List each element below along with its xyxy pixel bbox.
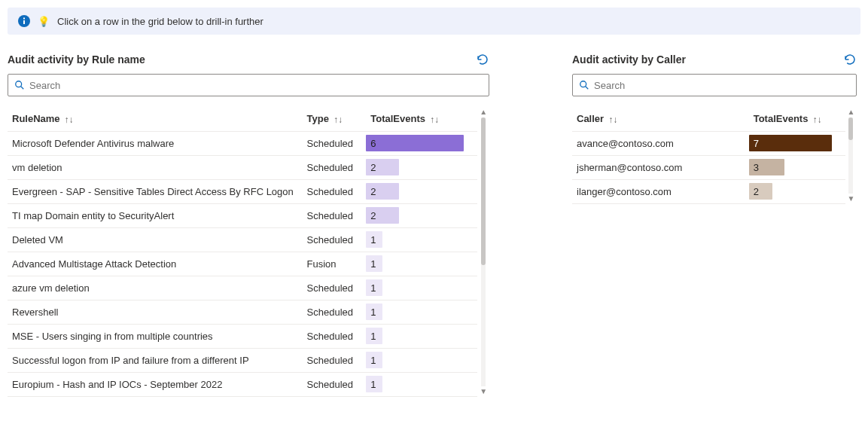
cell-type: Scheduled bbox=[303, 227, 367, 252]
scrollbar[interactable]: ▲ ▼ bbox=[845, 107, 857, 204]
cell-rulename: azure vm deletion bbox=[8, 276, 303, 300]
cell-rulename: vm deletion bbox=[8, 155, 303, 179]
scrollbar[interactable]: ▲ ▼ bbox=[477, 107, 489, 397]
cell-rulename: Deleted VM bbox=[8, 227, 303, 252]
table-row[interactable]: MSE - Users singing in from multiple cou… bbox=[8, 324, 477, 348]
scroll-up-icon[interactable]: ▲ bbox=[480, 108, 487, 116]
table-row[interactable]: Advanced Multistage Attack DetectionFusi… bbox=[8, 252, 477, 276]
undo-icon[interactable] bbox=[843, 53, 857, 66]
cell-totalevents: 1 bbox=[366, 372, 477, 396]
cell-type: Scheduled bbox=[303, 276, 367, 300]
table-row[interactable]: jsherman@contoso.com3 bbox=[572, 155, 845, 179]
scroll-track[interactable] bbox=[848, 117, 853, 194]
table-row[interactable]: azure vm deletionScheduled1 bbox=[8, 276, 477, 300]
cell-rulename: Successful logon from IP and failure fro… bbox=[8, 348, 303, 372]
cell-totalevents: 3 bbox=[749, 155, 845, 179]
search-icon bbox=[579, 80, 589, 90]
bar: 1 bbox=[366, 304, 382, 320]
bar: 1 bbox=[366, 328, 382, 344]
panel-caller: Audit activity by Caller Caller↑↓ TotalE… bbox=[572, 53, 857, 397]
bar: 2 bbox=[749, 183, 772, 200]
col-header-totalevents[interactable]: TotalEvents↑↓ bbox=[749, 107, 845, 131]
scroll-down-icon[interactable]: ▼ bbox=[480, 388, 487, 395]
svg-point-5 bbox=[580, 81, 586, 87]
cell-type: Scheduled bbox=[303, 324, 367, 348]
panel-title-rule: Audit activity by Rule name bbox=[8, 53, 145, 66]
cell-totalevents: 2 bbox=[366, 203, 477, 227]
cell-rulename: Microsoft Defender Antivirus malware bbox=[8, 131, 303, 155]
bar: 2 bbox=[366, 207, 398, 224]
cell-totalevents: 1 bbox=[366, 227, 477, 252]
sort-icon: ↑↓ bbox=[812, 114, 821, 125]
svg-rect-2 bbox=[23, 18, 25, 20]
cell-totalevents: 2 bbox=[749, 179, 845, 203]
cell-rulename: MSE - Users singing in from multiple cou… bbox=[8, 324, 303, 348]
bar: 1 bbox=[366, 279, 382, 296]
cell-type: Scheduled bbox=[303, 179, 367, 203]
sort-icon: ↑↓ bbox=[65, 114, 74, 125]
undo-icon[interactable] bbox=[476, 53, 489, 66]
cell-totalevents: 1 bbox=[366, 252, 477, 276]
table-row[interactable]: ilanger@contoso.com2 bbox=[572, 179, 845, 203]
sort-icon: ↑↓ bbox=[333, 114, 343, 125]
table-row[interactable]: avance@contoso.com7 bbox=[572, 131, 845, 155]
cell-totalevents: 1 bbox=[366, 300, 477, 324]
cell-type: Scheduled bbox=[303, 203, 367, 227]
cell-type: Scheduled bbox=[303, 155, 367, 179]
cell-caller: jsherman@contoso.com bbox=[572, 155, 749, 179]
col-header-caller[interactable]: Caller↑↓ bbox=[572, 107, 749, 131]
cell-type: Scheduled bbox=[303, 131, 367, 155]
lightbulb-icon: 💡 bbox=[38, 16, 50, 27]
search-input-rule[interactable] bbox=[8, 74, 489, 96]
cell-rulename: Advanced Multistage Attack Detection bbox=[8, 252, 303, 276]
cell-totalevents: 1 bbox=[366, 324, 477, 348]
bar: 6 bbox=[366, 135, 464, 151]
panel-title-caller: Audit activity by Caller bbox=[572, 53, 686, 66]
scroll-track[interactable] bbox=[481, 117, 486, 386]
info-icon bbox=[18, 15, 30, 27]
col-header-type[interactable]: Type↑↓ bbox=[303, 107, 367, 131]
search-field-caller[interactable] bbox=[594, 78, 850, 93]
svg-line-4 bbox=[21, 87, 24, 90]
scroll-thumb[interactable] bbox=[481, 117, 486, 265]
col-header-rulename[interactable]: RuleName↑↓ bbox=[8, 107, 303, 131]
bar: 1 bbox=[366, 376, 382, 392]
cell-totalevents: 1 bbox=[366, 276, 477, 300]
cell-totalevents: 7 bbox=[749, 131, 845, 155]
table-row[interactable]: Evergreen - SAP - Sensitive Tables Direc… bbox=[8, 179, 477, 203]
cell-type: Scheduled bbox=[303, 348, 367, 372]
table-row[interactable]: Europium - Hash and IP IOCs - September … bbox=[8, 372, 477, 396]
search-field-rule[interactable] bbox=[29, 78, 483, 93]
search-input-caller[interactable] bbox=[572, 74, 857, 96]
col-header-totalevents[interactable]: TotalEvents↑↓ bbox=[366, 107, 477, 131]
scroll-up-icon[interactable]: ▲ bbox=[847, 108, 854, 116]
panel-rule-name: Audit activity by Rule name RuleName↑↓ T… bbox=[8, 53, 489, 397]
svg-rect-1 bbox=[23, 20, 25, 24]
bar: 7 bbox=[749, 135, 832, 151]
cell-rulename: Europium - Hash and IP IOCs - September … bbox=[8, 372, 303, 396]
svg-line-6 bbox=[586, 87, 589, 90]
rule-table: RuleName↑↓ Type↑↓ TotalEvents↑↓ Microsof… bbox=[8, 107, 477, 397]
table-row[interactable]: RevershellScheduled1 bbox=[8, 300, 477, 324]
cell-totalevents: 2 bbox=[366, 179, 477, 203]
bar: 1 bbox=[366, 231, 382, 248]
svg-point-3 bbox=[16, 81, 22, 87]
cell-caller: ilanger@contoso.com bbox=[572, 179, 749, 203]
cell-totalevents: 2 bbox=[366, 155, 477, 179]
scroll-down-icon[interactable]: ▼ bbox=[847, 195, 854, 203]
scroll-thumb[interactable] bbox=[848, 117, 853, 140]
table-row[interactable]: Microsoft Defender Antivirus malwareSche… bbox=[8, 131, 477, 155]
table-row[interactable]: Successful logon from IP and failure fro… bbox=[8, 348, 477, 372]
sort-icon: ↑↓ bbox=[430, 114, 439, 125]
cell-type: Scheduled bbox=[303, 300, 367, 324]
table-row[interactable]: Deleted VMScheduled1 bbox=[8, 227, 477, 252]
bar: 2 bbox=[366, 159, 398, 175]
bar: 3 bbox=[749, 159, 784, 175]
table-row[interactable]: TI map Domain entity to SecurityAlertSch… bbox=[8, 203, 477, 227]
table-row[interactable]: vm deletionScheduled2 bbox=[8, 155, 477, 179]
bar: 1 bbox=[366, 255, 382, 272]
cell-caller: avance@contoso.com bbox=[572, 131, 749, 155]
cell-totalevents: 1 bbox=[366, 348, 477, 372]
cell-type: Fusion bbox=[303, 252, 367, 276]
bar: 1 bbox=[366, 352, 382, 368]
